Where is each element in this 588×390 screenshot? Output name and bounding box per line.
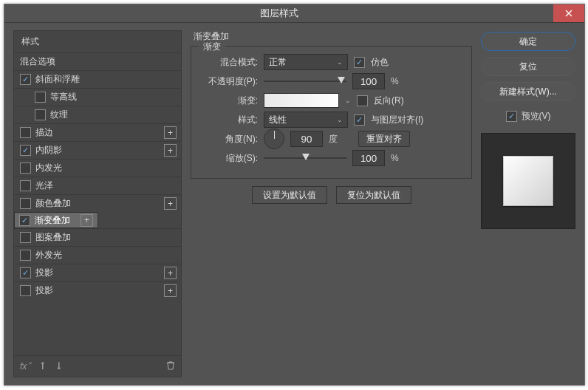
style-label: 图案叠加 [35,231,177,244]
sidebar-header-blending[interactable]: 混合选项 [14,52,181,70]
style-row[interactable]: 颜色叠加+ [14,194,181,212]
style-label: 纹理 [50,109,177,121]
preview-checkbox[interactable] [506,111,517,122]
titlebar[interactable]: 图层样式 [4,4,584,23]
percent-unit-2: % [391,153,399,163]
window-title: 图层样式 [4,7,553,20]
sidebar-actions: fx˅ 🠕 🠗 [14,355,181,377]
reverse-label: 反向(R) [374,95,404,107]
style-checkbox[interactable] [20,162,31,174]
dither-label: 仿色 [371,56,389,69]
style-label: 光泽 [35,179,177,192]
add-effect-icon[interactable]: + [164,144,177,157]
reverse-checkbox[interactable] [357,95,368,106]
style-row[interactable]: 描边+ [14,123,181,141]
style-checkbox[interactable] [20,180,31,191]
style-checkbox[interactable] [20,198,31,209]
style-checkbox[interactable] [20,232,31,243]
style-row[interactable]: 光泽 [14,177,181,194]
scale-label: 缩放(S): [200,152,258,165]
style-label: 外发光 [35,249,177,261]
angle-dial[interactable] [264,129,284,149]
styles-sidebar: 样式 混合选项 斜面和浮雕等高线纹理描边+内阴影+内发光光泽颜色叠加+渐变叠加+… [13,30,182,377]
style-checkbox[interactable] [20,145,31,156]
angle-field[interactable] [290,131,323,147]
preview-box [481,133,575,229]
close-icon [565,10,572,17]
dialog-body: 样式 混合选项 斜面和浮雕等高线纹理描边+内阴影+内发光光泽颜色叠加+渐变叠加+… [4,23,584,385]
percent-unit: % [391,76,399,86]
style-checkbox[interactable] [19,215,30,226]
new-style-button[interactable]: 新建样式(W)... [481,82,575,101]
dialog-buttons: 确定 复位 新建样式(W)... 预览(V) [481,30,575,377]
style-checkbox[interactable] [20,267,31,278]
add-effect-icon[interactable]: + [164,197,177,210]
fx-icon[interactable]: fx˅ [20,361,31,372]
style-label: 等高线 [50,91,177,103]
style-checkbox[interactable] [20,285,31,296]
blend-mode-value: 正常 [269,56,287,69]
fieldset-legend: 渐变 [199,41,225,53]
style-value: 线性 [269,114,287,126]
reset-align-button[interactable]: 重置对齐 [358,131,410,147]
blend-mode-label: 混合模式: [200,56,258,69]
close-button[interactable] [553,4,584,22]
style-row[interactable]: 外发光 [14,246,181,264]
align-label: 与图层对齐(I) [371,114,423,126]
move-up-icon[interactable]: 🠕 [38,361,47,372]
gradient-picker[interactable] [264,93,339,108]
layer-style-dialog: 图层样式 样式 混合选项 斜面和浮雕等高线纹理描边+内阴影+内发光光泽颜色叠加+… [4,4,585,386]
add-effect-icon[interactable]: + [81,214,93,227]
style-row[interactable]: 内发光 [14,159,181,177]
style-checkbox[interactable] [20,127,31,138]
move-down-icon[interactable]: 🠗 [55,361,64,372]
style-row[interactable]: 等高线 [14,88,181,106]
opacity-slider[interactable] [264,76,346,86]
style-label: 投影 [35,267,160,279]
trash-icon[interactable] [166,360,175,372]
style-row[interactable]: 图案叠加 [14,228,181,246]
effect-settings-panel: 渐变叠加 渐变 混合模式: 正常⌄ 仿色 不透明度(P): [191,30,472,377]
style-row[interactable]: 纹理 [14,106,181,123]
angle-label: 角度(N): [200,133,258,146]
style-checkbox[interactable] [35,109,46,120]
style-row[interactable]: 投影+ [14,281,181,299]
gradient-label: 渐变: [200,95,258,107]
style-checkbox[interactable] [20,250,31,261]
align-checkbox[interactable] [354,114,365,126]
style-row[interactable]: 内阴影+ [14,141,181,159]
degree-unit: 度 [329,133,338,146]
ok-button[interactable]: 确定 [481,32,575,51]
style-checkbox[interactable] [20,74,31,85]
style-label: 样式: [200,114,258,126]
style-label: 颜色叠加 [35,197,160,210]
reset-default-button[interactable]: 复位为默认值 [336,186,411,204]
style-row[interactable]: 斜面和浮雕 [14,70,181,88]
make-default-button[interactable]: 设置为默认值 [252,186,327,204]
blending-options-label: 混合选项 [20,55,177,68]
style-label: 描边 [35,126,160,139]
style-label: 投影 [35,284,160,297]
scale-slider[interactable] [264,153,346,163]
style-select[interactable]: 线性⌄ [264,112,348,128]
add-effect-icon[interactable]: + [164,284,177,297]
style-label: 内发光 [35,162,177,174]
style-row[interactable]: 投影+ [14,264,181,281]
opacity-label: 不透明度(P): [200,75,258,88]
blend-mode-select[interactable]: 正常⌄ [264,54,348,70]
scale-field[interactable] [352,150,385,166]
opacity-field[interactable] [352,73,385,89]
style-label: 斜面和浮雕 [35,73,177,86]
add-effect-icon[interactable]: + [164,267,177,279]
style-row[interactable]: 渐变叠加+ [14,212,98,228]
style-checkbox[interactable] [35,92,46,103]
style-label: 内阴影 [35,144,160,157]
dither-checkbox[interactable] [354,57,365,68]
preview-label: 预览(V) [522,110,551,123]
gradient-dropdown-icon[interactable]: ⌄ [345,97,351,104]
cancel-button[interactable]: 复位 [481,57,575,76]
sidebar-header-styles[interactable]: 样式 [14,31,181,52]
style-label: 渐变叠加 [35,214,76,227]
add-effect-icon[interactable]: + [164,126,177,139]
section-title: 渐变叠加 [191,30,472,46]
